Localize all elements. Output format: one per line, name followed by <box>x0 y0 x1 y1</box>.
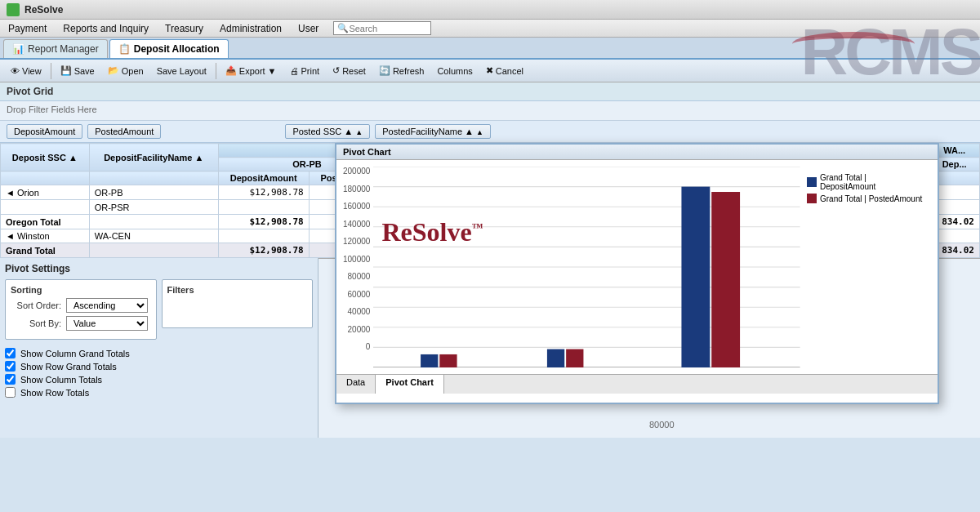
checkbox-col-grand-input[interactable] <box>5 348 16 358</box>
chip-posted-amount[interactable]: PostedAmount <box>87 124 161 139</box>
chip-posted-facility[interactable]: PostedFacilityName ▲ <box>375 124 491 139</box>
legend-item-posted: Grand Total | PostedAmount <box>807 194 924 203</box>
settings-title: Pivot Settings <box>5 263 313 274</box>
search-icon: 🔍 <box>337 23 349 33</box>
menu-reports[interactable]: Reports and Inquiry <box>55 21 157 36</box>
export-button[interactable]: 📤 Export ▼ <box>220 63 283 78</box>
cell-orion-ssc: ◄ Orion <box>1 185 90 200</box>
wacen-facility: WA-CEN <box>89 229 218 243</box>
filters-section: Filters <box>162 279 314 328</box>
sorting-section: Sorting Sort Order: Ascending Descending… <box>5 279 157 340</box>
refresh-icon: 🔄 <box>379 65 390 76</box>
bar-orpsr-posted <box>567 349 584 367</box>
chart-area: ReSolve™ <box>373 167 800 367</box>
sort-by-row: Sort By: Value Label <box>11 316 151 331</box>
settings-two-col: Sorting Sort Order: Ascending Descending… <box>5 279 313 345</box>
view-icon: 👁 <box>11 66 20 76</box>
checkbox-row-grand: Show Row Grand Totals <box>5 361 313 372</box>
save-layout-button[interactable]: Save Layout <box>151 64 212 78</box>
open-button[interactable]: 📂 Open <box>102 63 149 78</box>
checkboxes-area: Show Column Grand Totals Show Row Grand … <box>5 348 313 398</box>
title-bar: ReSolve <box>0 0 980 20</box>
pivot-area: Deposit SSC ▲ DepositFacilityName ▲ ◄ Or… <box>0 143 980 258</box>
bar-orpsr-deposit <box>547 349 564 367</box>
chart-tab-pivot[interactable]: Pivot Chart <box>376 375 444 394</box>
app-icon <box>7 3 20 16</box>
view-button[interactable]: 👁 View <box>5 64 47 78</box>
grand-total-label: Grand Total <box>1 243 90 258</box>
oregon-total-label: Oregon Total <box>1 215 90 229</box>
tab-deposit-allocation[interactable]: 📋 Deposit Allocation <box>109 39 229 58</box>
menu-user[interactable]: User <box>290 21 327 36</box>
filter-zone[interactable]: Drop Filter Fields Here <box>0 101 980 121</box>
legend-color-deposit <box>807 177 817 187</box>
winston-ssc: ◄ Winston <box>1 229 90 243</box>
report-manager-icon: 📊 <box>12 43 24 55</box>
open-icon: 📂 <box>108 65 119 76</box>
sorting-title: Sorting <box>11 285 151 295</box>
checkbox-row-totals-label[interactable]: Show Row Totals <box>20 388 89 398</box>
bar-wacen-deposit <box>682 187 710 367</box>
chart-overlay: Pivot Chart 200000 180000 160000 140000 … <box>335 143 939 404</box>
refresh-button[interactable]: 🔄 Refresh <box>373 63 430 78</box>
reset-icon: ↺ <box>332 65 340 76</box>
checkbox-row-totals-input[interactable] <box>5 387 16 398</box>
app-title: ReSolve <box>24 4 63 16</box>
cell-orpsr-facility: OR-PSR <box>89 200 218 215</box>
pivot-grid-title: Pivot Grid <box>0 82 980 101</box>
checkbox-row-grand-input[interactable] <box>5 361 16 372</box>
checkbox-col-grand-label[interactable]: Show Column Grand Totals <box>20 349 130 358</box>
cell-orpb-facility: OR-PB <box>89 185 218 200</box>
sort-order-row: Sort Order: Ascending Descending <box>11 298 151 313</box>
search-input[interactable] <box>349 24 427 33</box>
toolbar: 👁 View 💾 Save 📂 Open Save Layout 📤 Expor… <box>0 60 980 82</box>
save-icon: 💾 <box>60 65 72 76</box>
deposit-allocation-icon: 📋 <box>118 43 131 55</box>
menu-administration[interactable]: Administration <box>212 21 290 36</box>
cell-orpb-deposit: $12,908.78 <box>218 185 309 200</box>
search-box[interactable]: 🔍 <box>333 21 431 35</box>
legend-color-posted <box>807 194 817 203</box>
tab-report-manager[interactable]: 📊 Report Manager <box>3 39 108 58</box>
chip-posted-ssc[interactable]: Posted SSC ▲ <box>285 124 370 139</box>
field-chips: DepositAmount PostedAmount Posted SSC ▲ … <box>0 121 980 143</box>
oregon-total-deposit: $12,908.78 <box>218 215 309 229</box>
toolbar-sep-2 <box>216 63 216 79</box>
menu-treasury[interactable]: Treasury <box>157 21 212 36</box>
toolbar-sep-1 <box>51 63 51 79</box>
resolve-logo: ReSolve™ <box>381 217 483 247</box>
bar-orpb-posted <box>440 354 457 367</box>
cancel-button[interactable]: ✖ Cancel <box>480 63 529 78</box>
menu-bar: Payment Reports and Inquiry Treasury Adm… <box>0 20 980 38</box>
save-button[interactable]: 💾 Save <box>55 63 100 78</box>
checkbox-col-grand: Show Column Grand Totals <box>5 348 313 358</box>
bar-orpb-deposit <box>421 354 438 367</box>
sort-order-select[interactable]: Ascending Descending <box>66 298 148 313</box>
chart-legend: Grand Total | DepositAmount Grand Total … <box>800 167 931 367</box>
grand-total-deposit: $12,908.78 <box>218 243 309 258</box>
tab-bar: 📊 Report Manager 📋 Deposit Allocation <box>0 38 980 60</box>
filters-title: Filters <box>167 285 308 295</box>
sort-by-label: Sort By: <box>11 318 61 328</box>
sort-by-select[interactable]: Value Label <box>66 316 148 331</box>
chart-tab-data[interactable]: Data <box>336 375 376 394</box>
print-button[interactable]: 🖨 Print <box>284 64 326 78</box>
reset-button[interactable]: ↺ Reset <box>327 63 372 78</box>
pivot-settings: Pivot Settings Sorting Sort Order: Ascen… <box>0 258 318 438</box>
checkbox-col-totals-label[interactable]: Show Column Totals <box>20 375 102 385</box>
chart-tabs: Data Pivot Chart <box>336 374 938 394</box>
y-axis: 200000 180000 160000 140000 120000 10000… <box>343 167 370 367</box>
checkbox-row-grand-label[interactable]: Show Row Grand Totals <box>20 362 117 372</box>
menu-payment[interactable]: Payment <box>0 21 55 36</box>
chip-deposit-amount[interactable]: DepositAmount <box>7 124 82 139</box>
columns-button[interactable]: Columns <box>431 64 478 78</box>
cancel-icon: ✖ <box>486 65 493 76</box>
col-orpb-deposit: DepositAmount <box>218 171 309 185</box>
print-icon: 🖨 <box>290 66 299 76</box>
bar-wacen-posted <box>712 192 741 367</box>
bar-chart: OR-PB OR-PSR WA-CEN <box>373 167 800 367</box>
checkbox-col-totals-input[interactable] <box>5 374 16 385</box>
col-deposit-ssc[interactable]: Deposit SSC ▲ <box>1 144 90 171</box>
checkbox-row-totals: Show Row Totals <box>5 387 313 398</box>
col-deposit-facility[interactable]: DepositFacilityName ▲ <box>89 144 218 171</box>
